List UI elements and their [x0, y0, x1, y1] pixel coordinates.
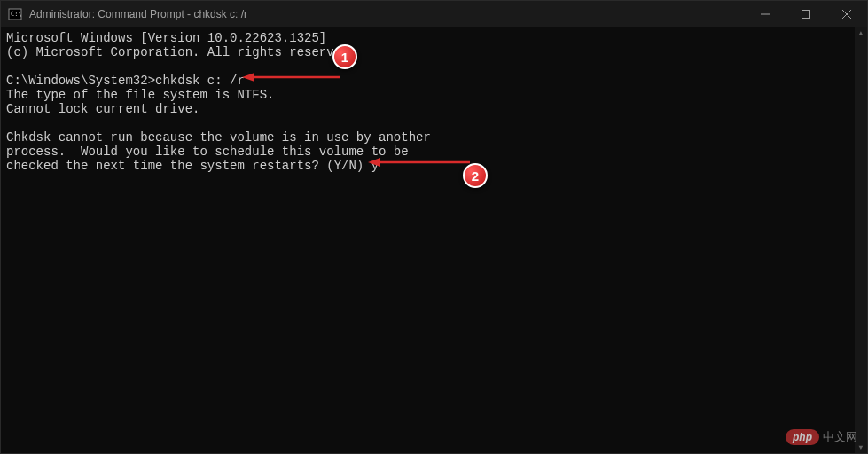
- prompt-text: C:\Windows\System32>: [6, 74, 155, 88]
- svg-text:C:\: C:\: [11, 11, 22, 18]
- output-line: (c) Microsoft Corporation. All rights re…: [6, 45, 356, 59]
- minimize-button[interactable]: [745, 1, 786, 27]
- window-title: Administrator: Command Prompt - chkdsk c…: [29, 8, 745, 20]
- maximize-button[interactable]: [786, 1, 826, 27]
- output-line: Microsoft Windows [Version 10.0.22623.13…: [6, 31, 326, 45]
- cmd-icon: C:\: [8, 7, 22, 21]
- output-line: process. Would you like to schedule this…: [6, 145, 409, 159]
- output-line: The type of the file system is NTFS.: [6, 88, 274, 102]
- output-line: Chkdsk cannot run because the volume is …: [6, 130, 431, 145]
- watermark-text: 中文网: [823, 429, 857, 445]
- watermark-logo: php: [786, 429, 819, 445]
- svg-rect-3: [802, 10, 810, 18]
- command-prompt-window: C:\ Administrator: Command Prompt - chkd…: [0, 0, 868, 454]
- output-line: Cannot lock current drive.: [6, 102, 199, 116]
- window-controls: [745, 1, 867, 27]
- terminal-output[interactable]: Microsoft Windows [Version 10.0.22623.13…: [1, 27, 867, 453]
- command-text: chkdsk c: /r: [155, 74, 245, 88]
- vertical-scrollbar[interactable]: ▲ ▼: [855, 27, 867, 453]
- watermark: php 中文网: [786, 429, 857, 445]
- output-line: checked the next time the system restart…: [6, 159, 379, 173]
- close-button[interactable]: [826, 1, 867, 27]
- scroll-up-arrow[interactable]: ▲: [855, 27, 867, 39]
- titlebar[interactable]: C:\ Administrator: Command Prompt - chkd…: [1, 1, 867, 27]
